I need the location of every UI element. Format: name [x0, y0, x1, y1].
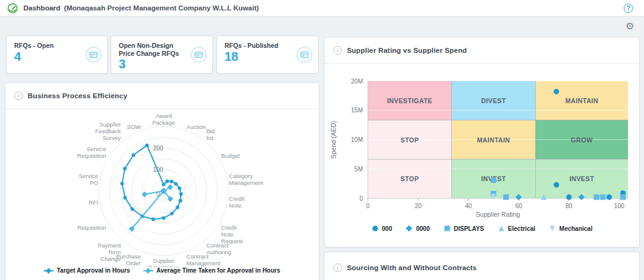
svg-text:Bidlist: Bidlist	[206, 128, 215, 141]
svg-text:INVEST: INVEST	[570, 175, 595, 182]
legend-item-displays[interactable]: DISPLAYS	[443, 225, 484, 232]
sourcing-contracts-card: i Sourcing With and Without Contracts	[324, 252, 640, 280]
svg-text:ServiceRequisition: ServiceRequisition	[77, 146, 106, 159]
legend-label: Electrical	[508, 225, 535, 232]
topbar: Dashboard (Monaqasah Project Management …	[0, 0, 644, 17]
legend-marker-icon	[44, 268, 54, 274]
rfq-card-icon	[85, 47, 101, 63]
svg-text:0: 0	[359, 195, 363, 202]
legend-item-mechanical[interactable]: Mechanical	[549, 225, 592, 232]
svg-text:200: 200	[153, 145, 164, 152]
legend-label: 000	[382, 225, 392, 232]
kpi-card-open-nondesign-price-change-rfqs[interactable]: Open Non-Design Price Change RFQs 3	[111, 36, 213, 74]
svg-text:15M: 15M	[351, 107, 363, 114]
card-title: Business Process Efficiency	[28, 92, 127, 99]
svg-text:PaymentTermChange: PaymentTermChange	[98, 242, 121, 262]
rfq-card-icon	[191, 47, 207, 63]
scatter-legend: 0000000DISPLAYSElectricalMechanical	[325, 225, 639, 232]
svg-text:20M: 20M	[351, 78, 363, 85]
svg-text:ContractManagement: ContractManagement	[186, 253, 221, 266]
svg-text:STOP: STOP	[400, 136, 419, 144]
legend-marker-icon	[498, 225, 505, 232]
svg-text:10M: 10M	[351, 136, 363, 143]
svg-text:SupplierFeedbackSurvey: SupplierFeedbackSurvey	[95, 121, 121, 141]
svg-text:Requisition: Requisition	[77, 224, 106, 231]
radar-legend: Target Approval in HoursAverage Time Tak…	[6, 267, 319, 274]
svg-text:60: 60	[515, 203, 523, 209]
svg-text:MAINTAIN: MAINTAIN	[565, 97, 598, 104]
legend-item-0000[interactable]: 0000	[405, 225, 429, 232]
kpi-label: Open Non-Design Price Change RFQs	[119, 42, 189, 57]
card-header: i Supplier Rating vs Supplier Spend	[325, 37, 639, 64]
legend-label: Average Time Taken for Approval in Hours	[156, 267, 280, 274]
svg-text:INVESTIGATE: INVESTIGATE	[387, 97, 432, 104]
legend-marker-icon	[549, 225, 556, 232]
legend-label: Mechanical	[559, 225, 592, 232]
svg-text:GROW: GROW	[571, 136, 592, 144]
supplier-rating-vs-spend-quadrant-chart[interactable]: INVESTIGATEDIVESTMAINTAINSTOPMAINTAINGRO…	[325, 64, 640, 219]
legend-item-target-approval-in-hours[interactable]: Target Approval in Hours	[44, 267, 130, 274]
rfq-card-icon	[296, 47, 312, 63]
svg-text:100: 100	[614, 203, 624, 209]
info-icon[interactable]: i	[333, 46, 342, 55]
legend-item-average-time-taken-for-approval-in-hours[interactable]: Average Time Taken for Approval in Hours	[143, 267, 280, 274]
svg-text:0: 0	[366, 203, 370, 209]
svg-text:Budget: Budget	[221, 152, 240, 159]
svg-text:SupplierRegistration: SupplierRegistration	[148, 257, 180, 267]
card-title: Supplier Rating vs Supplier Spend	[347, 47, 467, 54]
business-process-efficiency-radar-chart[interactable]: 0100200AwardPackageAuctionBidlistBudgetC…	[6, 110, 320, 267]
svg-text:RFI: RFI	[89, 199, 98, 206]
svg-text:STOP: STOP	[400, 175, 419, 182]
kpi-label: RFQs - Published	[225, 42, 295, 50]
legend-label: DISPLAYS	[454, 225, 484, 232]
business-process-efficiency-card: i Business Process Efficiency 0100200Awa…	[5, 82, 319, 280]
info-icon[interactable]: i	[14, 91, 23, 100]
legend-marker-icon	[443, 225, 451, 232]
legend-marker-icon	[143, 268, 153, 274]
svg-text:40: 40	[465, 203, 472, 209]
svg-text:ContractAuthoring: ContractAuthoring	[206, 242, 231, 255]
help-icon[interactable]: ?	[624, 4, 633, 13]
legend-item-electrical[interactable]: Electrical	[498, 225, 535, 232]
kpi-label: RFQs - Open	[14, 42, 85, 50]
svg-text:Spend (AED): Spend (AED)	[330, 121, 337, 159]
kpi-card-rfqs-published[interactable]: RFQs - Published 18	[217, 36, 319, 74]
svg-text:CreditNote: CreditNote	[229, 195, 245, 209]
card-title: Sourcing With and Without Contracts	[347, 264, 477, 271]
legend-label: 0000	[416, 225, 429, 232]
card-header: i Business Process Efficiency	[6, 83, 319, 109]
card-header: i Sourcing With and Without Contracts	[325, 252, 639, 280]
legend-marker-icon	[405, 225, 413, 232]
info-icon[interactable]: i	[333, 263, 342, 272]
svg-text:SOW: SOW	[127, 123, 141, 130]
page-title: Dashboard	[23, 4, 60, 12]
kpi-card-rfqs-open[interactable]: RFQs - Open 4	[6, 36, 108, 74]
svg-text:5M: 5M	[354, 166, 363, 173]
svg-text:ServicePO: ServicePO	[79, 173, 98, 186]
svg-text:20: 20	[415, 203, 422, 209]
svg-text:MAINTAIN: MAINTAIN	[477, 136, 510, 144]
svg-text:80: 80	[565, 203, 573, 209]
svg-text:AwardPackage: AwardPackage	[153, 112, 175, 126]
svg-text:Auction: Auction	[186, 123, 206, 130]
dashboard-gauge-icon	[7, 3, 18, 14]
settings-gear-icon[interactable]: ⚙	[624, 21, 635, 32]
legend-item-000[interactable]: 000	[372, 225, 392, 232]
svg-text:CategoryManagement: CategoryManagement	[229, 173, 263, 186]
svg-text:Supplier Rating: Supplier Rating	[476, 211, 520, 218]
legend-marker-icon	[372, 225, 379, 232]
svg-text:DIVEST: DIVEST	[481, 97, 506, 104]
legend-label: Target Approval in Hours	[57, 267, 130, 274]
company-subtitle: (Monaqasah Project Management Company W.…	[64, 4, 259, 12]
supplier-rating-vs-spend-card: i Supplier Rating vs Supplier Spend INVE…	[324, 37, 640, 247]
